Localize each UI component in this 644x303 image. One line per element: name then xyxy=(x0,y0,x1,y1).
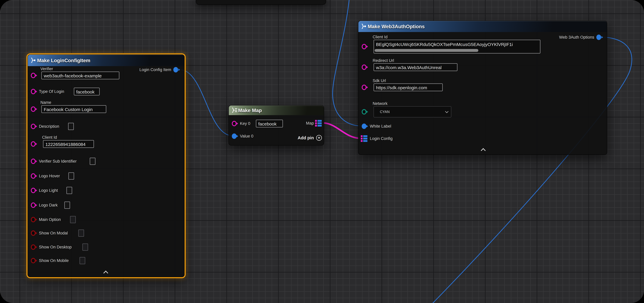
sdk-url-label: Sdk Url xyxy=(373,78,386,83)
pin-arrow-show-on-desktop xyxy=(36,246,37,248)
pin-login-config-item[interactable] xyxy=(173,67,178,72)
pin-white-label[interactable] xyxy=(362,124,366,129)
main-option-checkbox[interactable] xyxy=(70,216,76,223)
pin-value-0[interactable] xyxy=(232,134,236,139)
login-config-item-label: Login Config Item xyxy=(139,67,171,72)
verifier-sub-identifier-checkbox[interactable] xyxy=(90,158,96,165)
pin-verifier-sub-identifier[interactable] xyxy=(31,158,36,164)
node-make-loginconfigitem[interactable]: Make LoginConfigItemVerifierweb3auth-fac… xyxy=(28,54,184,277)
login-config-label: Login Config xyxy=(370,136,393,141)
pin-arrow-login-config-item xyxy=(178,68,180,71)
network-dropdown[interactable]: CYAN xyxy=(374,106,451,118)
pin-network[interactable] xyxy=(362,109,366,114)
type-of-login-value: facebook xyxy=(76,90,94,94)
map-value-cell xyxy=(363,140,368,142)
pin-arrow-logo-hover xyxy=(36,175,37,177)
pin-map[interactable] xyxy=(315,120,322,126)
map-value-cell xyxy=(318,125,322,126)
client-id-value: 1222658941886084 xyxy=(46,142,86,147)
show-on-desktop-label: Show On Desktop xyxy=(39,244,72,250)
key-0-input[interactable]: facebook xyxy=(256,120,283,128)
offscreen-node[interactable] xyxy=(196,0,326,5)
node-title: Make Map xyxy=(238,108,262,113)
pin-show-on-modal[interactable] xyxy=(31,230,36,236)
map-label: Map xyxy=(306,121,314,126)
pin-logo-hover[interactable] xyxy=(31,173,36,179)
map-key-cell xyxy=(315,122,317,124)
white-label-label: White Label xyxy=(370,124,391,129)
pin-login-config[interactable] xyxy=(361,135,368,142)
logo-light-label: Logo Light xyxy=(39,188,58,193)
map-key-cell xyxy=(315,120,317,122)
pin-description[interactable] xyxy=(31,124,36,129)
redirect-url-value: w3a://com.w3a.Web3AuthUnreal xyxy=(376,65,442,70)
logo-dark-label: Logo Dark xyxy=(39,202,58,208)
collapse-node-button[interactable] xyxy=(481,148,486,153)
pin-verifier[interactable] xyxy=(31,73,36,78)
pin-arrow-client-id xyxy=(366,46,368,48)
verifier-input[interactable]: web3auth-facebook-example xyxy=(41,72,119,79)
show-on-modal-checkbox[interactable] xyxy=(78,230,84,237)
pin-show-on-mobile[interactable] xyxy=(31,258,36,263)
pin-arrow-key-0 xyxy=(236,122,238,125)
node-header[interactable]: Make LoginConfigItem xyxy=(28,55,184,66)
pin-logo-dark[interactable] xyxy=(31,202,36,208)
map-key-cell xyxy=(361,140,362,142)
pin-name[interactable] xyxy=(31,106,36,112)
web-3auth-options-label: Web 3Auth Options xyxy=(559,35,594,40)
pin-arrow-white-label xyxy=(366,125,368,128)
main-option-label: Main Option xyxy=(39,217,61,222)
node-title: Make Web3AuthOptions xyxy=(368,24,425,30)
redirect-url-input[interactable]: w3a://com.w3a.Web3AuthUnreal xyxy=(374,63,458,71)
pin-show-on-desktop[interactable] xyxy=(31,244,36,250)
map-key-cell xyxy=(315,125,317,126)
add-pin-button[interactable] xyxy=(316,135,322,141)
pin-main-option[interactable] xyxy=(31,217,36,222)
pin-arrow-show-on-modal xyxy=(36,232,37,234)
description-checkbox[interactable] xyxy=(68,123,74,130)
client-id-input[interactable]: BEglQSgt4cUWcj6SKRdu5QkOXTsePmMcusG5EAoy… xyxy=(374,40,540,54)
name-input[interactable]: Facebook Custom Login xyxy=(41,105,106,113)
sdk-url-input[interactable]: https://sdk.openlogin.com xyxy=(374,84,443,91)
description-label: Description xyxy=(39,124,59,129)
network-label: Network xyxy=(373,101,388,106)
show-on-mobile-label: Show On Mobile xyxy=(39,258,69,263)
pin-sdk-url[interactable] xyxy=(362,84,366,90)
verifier-sub-identifier-label: Verifier Sub Identifier xyxy=(39,159,77,164)
pin-arrow-web-3auth-options xyxy=(602,36,603,38)
value-0-label: Value 0 xyxy=(240,134,254,139)
struct-node-icon xyxy=(361,24,367,30)
logo-light-checkbox[interactable] xyxy=(66,187,72,194)
pin-arrow-network xyxy=(366,110,368,113)
pin-logo-light[interactable] xyxy=(31,188,36,193)
pin-key-0[interactable] xyxy=(232,121,236,126)
pin-web-3auth-options[interactable] xyxy=(596,34,601,40)
type-of-login-input[interactable]: facebook xyxy=(74,88,100,96)
logo-hover-checkbox[interactable] xyxy=(68,172,74,180)
pin-type-of-login[interactable] xyxy=(31,89,36,94)
map-value-cell xyxy=(318,122,322,124)
pin-redirect-url[interactable] xyxy=(362,64,366,70)
client-id-input[interactable]: 1222658941886084 xyxy=(43,140,94,148)
node-title: Make LoginConfigItem xyxy=(37,58,90,64)
node-make-web3authoptions[interactable]: Make Web3AuthOptionsClient IdBEglQSgt4cU… xyxy=(358,20,607,155)
node-make-map[interactable]: Make MapKey 0facebookValue 0MapAdd pin xyxy=(228,105,324,146)
name-label: Name xyxy=(40,100,51,105)
client-id-value: BEglQSgt4cUWcj6SKRdu5QkOXTsePmMcusG5EAoy… xyxy=(376,42,513,47)
pin-client-id[interactable] xyxy=(362,44,366,49)
pin-client-id[interactable] xyxy=(31,141,36,147)
show-on-mobile-checkbox[interactable] xyxy=(80,257,85,264)
text-scrollbar[interactable] xyxy=(374,49,478,52)
pin-arrow-client-id xyxy=(36,143,37,145)
map-key-cell xyxy=(361,138,362,140)
struct-node-icon xyxy=(30,58,36,64)
network-selected-value: CYAN xyxy=(380,110,390,114)
graph-canvas[interactable]: Make LoginConfigItemVerifierweb3auth-fac… xyxy=(0,0,644,303)
blueprint-editor: Make LoginConfigItemVerifierweb3auth-fac… xyxy=(0,0,644,303)
collapse-node-button[interactable] xyxy=(103,270,108,276)
show-on-desktop-checkbox[interactable] xyxy=(82,244,88,251)
node-header[interactable]: Make Web3AuthOptions xyxy=(358,21,607,32)
node-header[interactable]: Make Map xyxy=(229,106,324,115)
logo-dark-checkbox[interactable] xyxy=(64,202,70,209)
map-value-cell xyxy=(318,120,322,122)
